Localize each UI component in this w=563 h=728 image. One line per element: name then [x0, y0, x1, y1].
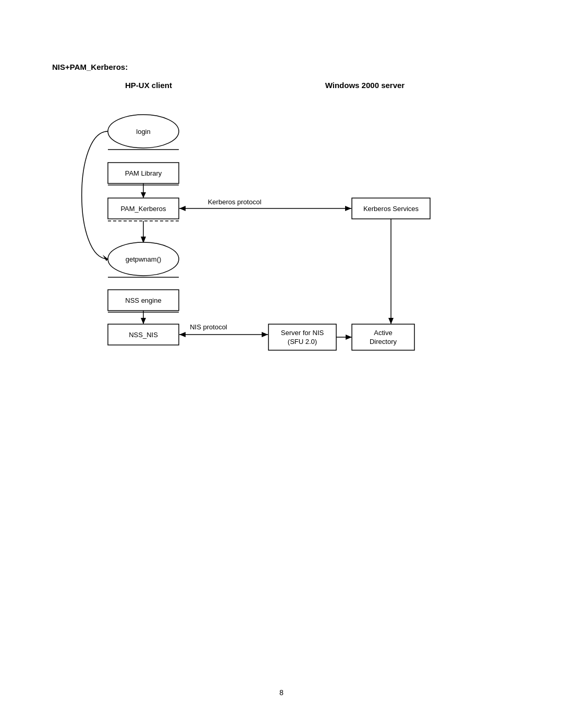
arrow-nss-to-nis [262, 332, 268, 337]
kerberos-protocol-label: Kerberos protocol [208, 198, 262, 206]
nis-protocol-label: NIS protocol [190, 323, 227, 331]
active-directory-label-2: Directory [370, 338, 397, 346]
page: NIS+PAM_Kerberos: HP-UX client Windows 2… [0, 0, 563, 728]
active-directory-label-1: Active [374, 329, 392, 337]
arrow-sfu-to-ad [346, 335, 352, 340]
server-for-nis-label-2: (SFU 2.0) [288, 338, 317, 346]
kerberos-services-label: Kerberos Services [363, 205, 419, 213]
section-title: NIS+PAM_Kerberos: [52, 63, 500, 71]
getpwnam-label: getpwnam() [126, 255, 162, 263]
arrow-nss-eng-to-nss-nis [141, 318, 146, 324]
server-for-nis-node [268, 324, 336, 350]
pam-kerberos-label: PAM_Kerberos [120, 205, 166, 213]
column-headers: HP-UX client Windows 2000 server [73, 81, 500, 90]
pam-library-label: PAM Library [125, 169, 162, 177]
page-number: 8 [279, 688, 284, 697]
active-directory-node [352, 324, 414, 350]
arrow-pam-to-ker [345, 206, 351, 211]
arrow-ker-to-ad [388, 318, 394, 324]
diagram-container: NIS+PAM_Kerberos: HP-UX client Windows 2… [52, 63, 500, 392]
nss-nis-label: NSS_NIS [129, 331, 158, 339]
arrow-pam-lib-to-pam-ker [141, 192, 146, 198]
arrow-ker-to-pam [179, 206, 186, 211]
login-label: login [136, 128, 150, 135]
server-for-nis-label-1: Server for NIS [281, 329, 324, 337]
diagram-svg: login PAM Library PAM_Kerberos getpwnam(… [52, 95, 485, 392]
left-column-header: HP-UX client [73, 81, 224, 90]
arrow-nis-to-nss [179, 332, 186, 337]
right-column-header: Windows 2000 server [287, 81, 443, 90]
nss-engine-label: NSS engine [125, 297, 161, 304]
